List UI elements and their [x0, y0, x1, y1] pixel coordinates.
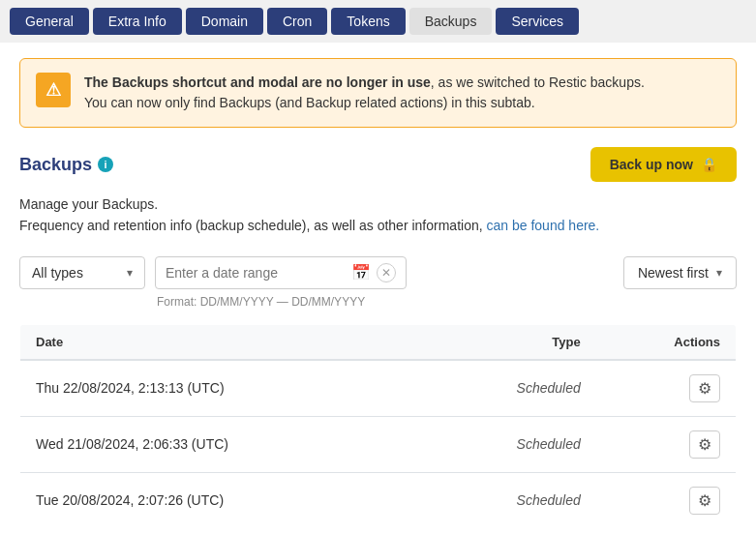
filters-row: All types ▾ 📅 ✕ Newest first ▾ [19, 256, 737, 289]
warning-banner: ⚠ The Backups shortcut and modal are no … [19, 58, 737, 128]
backups-description: Manage your Backups. Frequency and reten… [19, 193, 737, 237]
table-cell-actions: ⚙ [596, 416, 737, 472]
gear-button[interactable]: ⚙ [689, 374, 720, 402]
backups-title: Backups i [19, 155, 113, 175]
table-cell-date: Wed 21/08/2024, 2:06:33 (UTC) [20, 416, 425, 472]
th-type: Type [424, 324, 595, 360]
back-up-now-button[interactable]: Back up now 🔒 [590, 147, 737, 182]
sort-select[interactable]: Newest first ▾ [623, 256, 737, 289]
tab-domain[interactable]: Domain [186, 8, 263, 35]
th-date: Date [20, 324, 425, 360]
table-row: Thu 22/08/2024, 2:13:13 (UTC)Scheduled⚙ [20, 360, 737, 417]
tab-backups[interactable]: Backups [409, 8, 493, 35]
type-filter-select[interactable]: All types ▾ [19, 256, 145, 289]
sort-chevron: ▾ [716, 266, 722, 280]
back-up-now-label: Back up now [610, 157, 693, 172]
date-range-input-wrapper: 📅 ✕ [155, 256, 407, 289]
main-content: ⚠ The Backups shortcut and modal are no … [0, 43, 756, 534]
lock-icon: 🔒 [701, 157, 717, 172]
table-cell-actions: ⚙ [596, 360, 737, 417]
type-filter-chevron: ▾ [127, 266, 133, 280]
table-cell-type: Scheduled [424, 472, 595, 528]
backups-title-text: Backups [19, 155, 92, 175]
warning-text: The Backups shortcut and modal are no lo… [84, 73, 645, 113]
warning-line2: You can now only find Backups (and Backu… [84, 95, 535, 110]
gear-button[interactable]: ⚙ [689, 430, 720, 459]
table-header-row: DateTypeActions [20, 324, 737, 360]
clear-date-icon[interactable]: ✕ [377, 263, 396, 282]
type-filter-label: All types [32, 265, 83, 281]
tab-services[interactable]: Services [496, 8, 579, 35]
table-cell-type: Scheduled [424, 360, 595, 417]
tab-general[interactable]: General [10, 8, 89, 35]
sort-label: Newest first [638, 265, 709, 281]
backups-header: Backups i Back up now 🔒 [19, 147, 737, 182]
tab-extra-info[interactable]: Extra Info [93, 8, 182, 35]
th-actions: Actions [596, 324, 737, 360]
backups-table: DateTypeActions Thu 22/08/2024, 2:13:13 … [19, 324, 737, 529]
date-range-input[interactable] [166, 265, 346, 281]
table-cell-date: Thu 22/08/2024, 2:13:13 (UTC) [20, 360, 425, 417]
warning-title: The Backups shortcut and modal are no lo… [84, 74, 431, 90]
table-header: DateTypeActions [20, 324, 737, 360]
warning-body: , as we switched to Restic backups. [431, 74, 645, 90]
table-cell-type: Scheduled [424, 416, 595, 472]
calendar-icon[interactable]: 📅 [351, 263, 371, 282]
description-line2: Frequency and retention info (backup sch… [19, 215, 737, 236]
table-cell-actions: ⚙ [596, 472, 737, 528]
tab-tokens[interactable]: Tokens [331, 8, 405, 35]
description-line1: Manage your Backups. [19, 193, 737, 215]
warning-icon: ⚠ [36, 73, 71, 107]
found-here-link[interactable]: can be found here. [487, 218, 600, 233]
date-format-hint: Format: DD/MM/YYYY — DD/MM/YYYY [19, 295, 737, 309]
table-body: Thu 22/08/2024, 2:13:13 (UTC)Scheduled⚙W… [20, 360, 737, 529]
info-icon[interactable]: i [98, 157, 113, 172]
tab-bar: GeneralExtra InfoDomainCronTokensBackups… [0, 0, 756, 43]
table-cell-date: Tue 20/08/2024, 2:07:26 (UTC) [20, 472, 425, 528]
tab-cron[interactable]: Cron [267, 8, 327, 35]
table-row: Tue 20/08/2024, 2:07:26 (UTC)Scheduled⚙ [20, 472, 737, 528]
gear-button[interactable]: ⚙ [689, 487, 720, 515]
table-row: Wed 21/08/2024, 2:06:33 (UTC)Scheduled⚙ [20, 416, 737, 472]
